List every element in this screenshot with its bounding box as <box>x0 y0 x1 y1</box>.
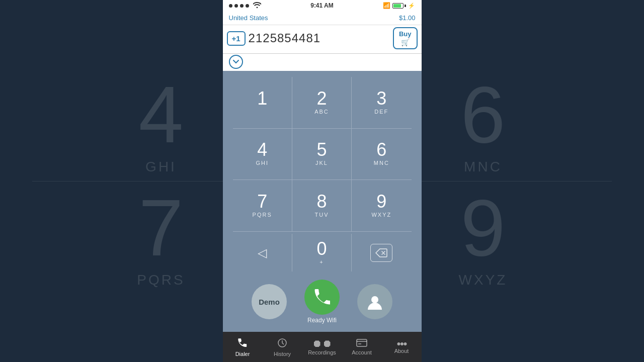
signal-dot-4 <box>246 4 249 8</box>
dialer-icon <box>237 337 248 350</box>
tab-dialer-label: Dialer <box>235 351 250 357</box>
phone-ui: 9:41 AM 📶 ⚡ United States $1.00 +1 21258… <box>223 0 422 362</box>
dial-letters-8: TUV <box>314 212 329 219</box>
dial-key-3[interactable]: 3 DEF <box>352 77 411 129</box>
signal-dot-2 <box>234 4 238 8</box>
dial-key-2[interactable]: 2 ABC <box>292 77 352 129</box>
bg-digit-9: 9 <box>461 188 506 268</box>
dial-key-6[interactable]: 6 MNC <box>352 129 411 180</box>
country-code-button[interactable]: +1 <box>227 31 246 46</box>
dial-letters-5: JKL <box>315 160 328 167</box>
bg-digit-4: 4 <box>139 74 184 155</box>
dial-letters-2: ABC <box>314 109 329 116</box>
account-icon <box>356 338 367 348</box>
contacts-button[interactable] <box>357 284 392 319</box>
battery-tip <box>405 5 406 7</box>
battery-fill <box>393 4 400 8</box>
tab-recordings[interactable]: ⏺⏺ Recordings <box>302 332 342 362</box>
dial-letters-4: GHI <box>256 160 269 167</box>
tab-history[interactable]: History <box>263 332 302 362</box>
cart-icon: 🛒 <box>401 38 410 46</box>
status-right: 📶 ⚡ <box>383 2 415 9</box>
tab-history-label: History <box>274 351 291 357</box>
status-bar: 9:41 AM 📶 ⚡ <box>223 0 422 11</box>
signal-dot-1 <box>229 4 232 8</box>
wifi-icon <box>253 2 261 10</box>
battery-icon <box>392 3 406 9</box>
dial-number-4: 4 <box>257 141 267 159</box>
demo-button[interactable]: Demo <box>252 284 287 319</box>
dial-key-9[interactable]: 9 WXYZ <box>352 180 411 232</box>
svg-rect-2 <box>357 339 367 346</box>
dial-number-8: 8 <box>316 193 327 211</box>
chevron-down-button[interactable] <box>229 55 243 69</box>
contact-icon <box>366 293 384 311</box>
svg-point-0 <box>371 296 378 303</box>
status-time: 9:41 AM <box>310 2 334 9</box>
credit-label: $1.00 <box>399 14 416 22</box>
bg-letters-wxyz: WXYZ <box>459 272 508 288</box>
dial-key-1[interactable]: 1 <box>233 77 292 129</box>
dial-key-5[interactable]: 5 JKL <box>292 129 352 180</box>
buy-label: Buy <box>399 30 412 38</box>
battery-body <box>392 3 404 9</box>
dial-number-5: 5 <box>316 141 327 159</box>
tab-about-label: About <box>394 348 409 354</box>
call-button[interactable] <box>304 280 340 315</box>
dial-number-9: 9 <box>376 193 386 211</box>
ready-status: Ready Wifi <box>307 317 337 324</box>
chevron-row <box>223 54 422 71</box>
tab-bar: Dialer History ⏺⏺ Recordings <box>223 332 422 362</box>
tab-account-label: Account <box>352 349 372 355</box>
dial-number-6: 6 <box>376 141 386 159</box>
bg-letters-mnc: MNC <box>464 159 502 175</box>
dial-number-2: 2 <box>316 89 327 108</box>
dial-number-3: 3 <box>376 89 386 108</box>
dial-letters-0: + <box>319 259 324 266</box>
bg-letters-ghi: GHI <box>145 159 177 175</box>
bg-digit-6: 6 <box>461 74 506 155</box>
tab-dialer[interactable]: Dialer <box>223 332 263 362</box>
dial-letters-9: WXYZ <box>371 212 391 219</box>
bg-letters-pqrs: PQRS <box>137 272 185 288</box>
dial-key-0[interactable]: 0 + <box>292 234 352 272</box>
tab-account[interactable]: Account <box>342 332 382 362</box>
backspace-icon <box>370 244 392 262</box>
history-icon <box>277 337 288 350</box>
dial-letters-7: PQRS <box>253 212 272 219</box>
signal-area <box>229 2 261 10</box>
buy-button[interactable]: Buy 🛒 <box>393 27 418 49</box>
country-label: United States <box>229 14 268 22</box>
bluetooth-icon: 📶 <box>383 2 390 9</box>
dial-number-1: 1 <box>257 89 267 108</box>
tab-about[interactable]: ●●● About <box>382 332 422 362</box>
dialpad-grid: 1 2 ABC 3 DEF 4 GHI 5 JKL 6 MNC <box>233 77 412 232</box>
dial-key-backspace[interactable] <box>352 234 411 272</box>
action-row: Demo Ready Wifi <box>233 274 412 328</box>
tab-recordings-label: Recordings <box>308 349 336 355</box>
phone-icon <box>314 289 330 305</box>
app-header: United States $1.00 <box>223 11 422 25</box>
dial-letters-3: DEF <box>374 109 388 116</box>
bg-digit-7: 7 <box>139 188 184 268</box>
recordings-icon: ⏺⏺ <box>312 338 332 348</box>
signal-dot-3 <box>240 4 244 8</box>
lightning-icon: ⚡ <box>408 3 415 9</box>
about-icon: ●●● <box>396 340 406 347</box>
dial-number-0: 0 <box>316 240 327 258</box>
dial-key-7[interactable]: 7 PQRS <box>233 180 292 232</box>
call-button-wrapper: Ready Wifi <box>304 280 340 324</box>
dial-number-7: 7 <box>257 193 267 211</box>
dial-key-8[interactable]: 8 TUV <box>292 180 352 232</box>
dialpad-bottom-row: ◁ 0 + <box>233 234 412 272</box>
phone-number-row: +1 2125854481 Buy 🛒 <box>223 25 422 54</box>
dial-letters-6: MNC <box>374 160 389 167</box>
dial-key-back[interactable]: ◁ <box>233 234 292 272</box>
dial-key-4[interactable]: 4 GHI <box>233 129 292 180</box>
phone-number-display: 2125854481 <box>249 31 390 45</box>
dialpad: 1 2 ABC 3 DEF 4 GHI 5 JKL 6 MNC <box>223 71 422 332</box>
back-arrow-icon: ◁ <box>258 246 267 260</box>
